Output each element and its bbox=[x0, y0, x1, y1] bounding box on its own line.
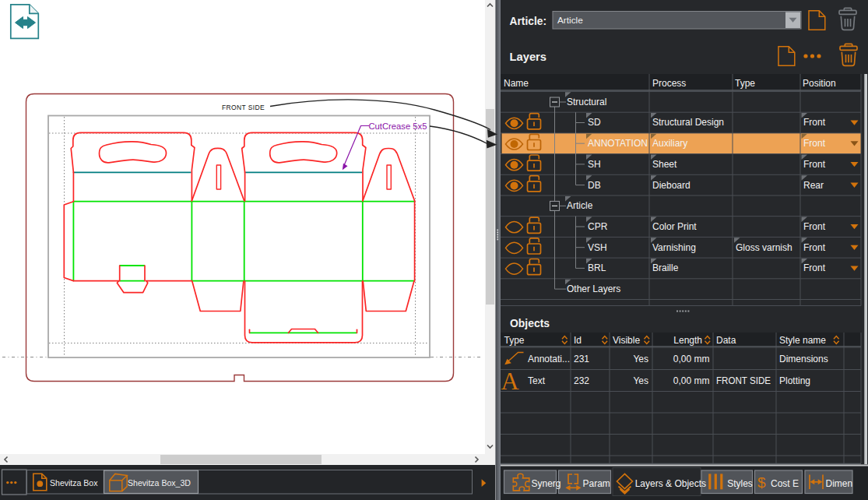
svg-text:BRL: BRL bbox=[588, 262, 606, 273]
svg-text:Front: Front bbox=[803, 138, 826, 149]
svg-text:$: $ bbox=[757, 474, 766, 491]
svg-text:Sheet: Sheet bbox=[652, 159, 677, 170]
svg-text:232: 232 bbox=[574, 375, 589, 386]
svg-text:Styles: Styles bbox=[727, 478, 753, 489]
svg-text:Style name: Style name bbox=[779, 335, 826, 346]
svg-text:ANNOTATION: ANNOTATION bbox=[588, 138, 648, 149]
svg-text:FRONT SIDE: FRONT SIDE bbox=[716, 375, 771, 386]
svg-text:Rear: Rear bbox=[803, 180, 824, 191]
svg-text:Objects: Objects bbox=[510, 317, 550, 329]
svg-text:Id: Id bbox=[574, 335, 582, 346]
svg-text:Param: Param bbox=[583, 478, 610, 489]
svg-text:Dimensions: Dimensions bbox=[779, 354, 828, 364]
svg-text:Name: Name bbox=[504, 78, 529, 89]
svg-text:Other Layers: Other Layers bbox=[567, 283, 620, 294]
svg-text:Front: Front bbox=[803, 117, 826, 128]
svg-text:Front: Front bbox=[803, 242, 826, 253]
svg-text:Cost E: Cost E bbox=[771, 478, 799, 489]
svg-text:DB: DB bbox=[588, 180, 601, 191]
svg-text:Yes: Yes bbox=[633, 375, 648, 386]
svg-text:Structural Design: Structural Design bbox=[652, 117, 724, 128]
svg-text:Position: Position bbox=[803, 78, 836, 89]
svg-text:SH: SH bbox=[588, 159, 601, 170]
svg-text:Type: Type bbox=[504, 335, 525, 346]
svg-text:SD: SD bbox=[588, 117, 601, 128]
svg-text:231: 231 bbox=[574, 354, 589, 364]
svg-text:Gloss varnish: Gloss varnish bbox=[736, 242, 792, 253]
svg-text:Plotting: Plotting bbox=[779, 375, 810, 386]
svg-text:Process: Process bbox=[652, 78, 686, 89]
svg-text:Article: Article bbox=[557, 15, 583, 26]
svg-text:0,00 mm: 0,00 mm bbox=[673, 375, 710, 386]
svg-text:Dimen: Dimen bbox=[826, 478, 853, 489]
svg-text:Layers & Objects: Layers & Objects bbox=[635, 478, 706, 489]
svg-text:Dieboard: Dieboard bbox=[652, 180, 691, 191]
svg-text:Front: Front bbox=[803, 159, 826, 170]
svg-text:CPR: CPR bbox=[588, 221, 608, 232]
svg-text:Annotati...: Annotati... bbox=[528, 354, 570, 364]
svg-text:Front: Front bbox=[803, 262, 826, 273]
svg-text:Front: Front bbox=[803, 221, 826, 232]
svg-text:CutCrease 5x5: CutCrease 5x5 bbox=[369, 121, 427, 131]
svg-text:Data: Data bbox=[716, 335, 736, 346]
svg-text:Auxiliary: Auxiliary bbox=[652, 138, 687, 149]
svg-text:Article:: Article: bbox=[510, 15, 547, 27]
svg-text:Braille: Braille bbox=[652, 262, 679, 273]
svg-text:Synerg: Synerg bbox=[532, 478, 561, 489]
svg-text:FRONT SIDE: FRONT SIDE bbox=[222, 103, 265, 111]
svg-text:Article: Article bbox=[567, 200, 593, 211]
svg-text:Structural: Structural bbox=[567, 97, 606, 107]
svg-text:Layers: Layers bbox=[510, 51, 547, 63]
svg-text:Shevitza Box: Shevitza Box bbox=[50, 478, 98, 488]
svg-text:VSH: VSH bbox=[588, 242, 607, 253]
svg-text:Visible: Visible bbox=[613, 335, 640, 346]
svg-text:Type: Type bbox=[735, 78, 755, 89]
svg-text:Color Print: Color Print bbox=[652, 221, 697, 232]
svg-text:A: A bbox=[501, 367, 519, 395]
svg-text:Text: Text bbox=[528, 375, 546, 386]
svg-text:Shevitza Box_3D: Shevitza Box_3D bbox=[128, 478, 191, 488]
svg-text:Varnishing: Varnishing bbox=[652, 242, 696, 253]
svg-text:Yes: Yes bbox=[633, 354, 648, 364]
svg-text:0,00 mm: 0,00 mm bbox=[673, 354, 710, 364]
svg-text:Length: Length bbox=[673, 335, 702, 346]
